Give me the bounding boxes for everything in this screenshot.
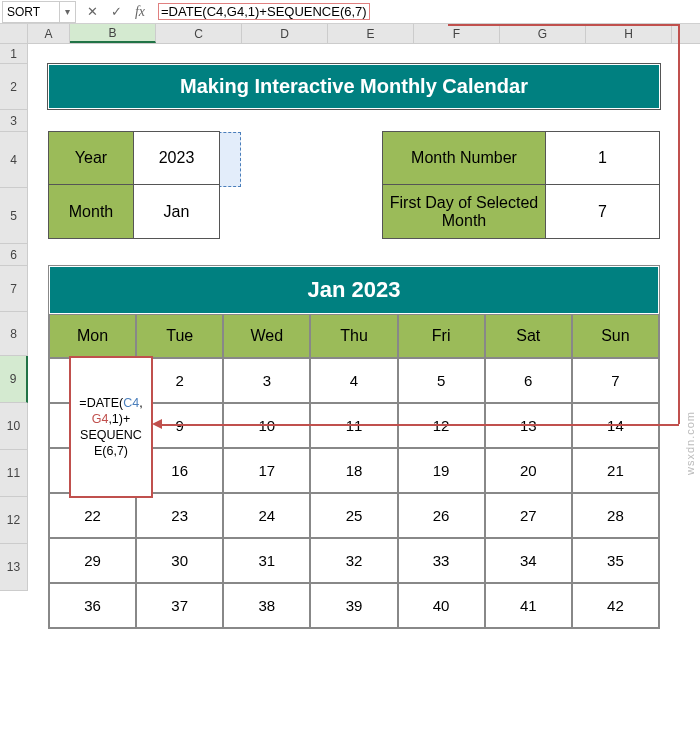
- name-box-dropdown[interactable]: ▾: [60, 1, 76, 23]
- fx-icon[interactable]: fx: [128, 1, 152, 23]
- col-header[interactable]: F: [414, 24, 500, 43]
- formula-bar: SORT ▾ ✕ ✓ fx =DATE(C4,G4,1)+SEQUENCE(6,…: [0, 0, 700, 24]
- page-title: Making Interactive Monthly Calendar: [48, 64, 660, 109]
- calendar-cell[interactable]: 10: [223, 403, 310, 448]
- arrow-line: [158, 424, 679, 426]
- col-header[interactable]: C: [156, 24, 242, 43]
- calendar-cell[interactable]: 12: [398, 403, 485, 448]
- cancel-icon[interactable]: ✕: [80, 1, 104, 23]
- row-header[interactable]: 10: [0, 403, 28, 450]
- calendar-cell[interactable]: 33: [398, 538, 485, 583]
- row-header[interactable]: 7: [0, 266, 28, 312]
- calendar-cell[interactable]: 13: [485, 403, 572, 448]
- calendar-cell[interactable]: 39: [310, 583, 397, 628]
- calendar-cell[interactable]: 26: [398, 493, 485, 538]
- calendar-cell[interactable]: 35: [572, 538, 659, 583]
- row-header[interactable]: 12: [0, 497, 28, 544]
- day-header: Fri: [398, 314, 485, 358]
- row-header[interactable]: 1: [0, 44, 28, 64]
- calendar-cell[interactable]: 4: [310, 358, 397, 403]
- formula-text: ,: [139, 396, 142, 410]
- calendar-row: 36373839404142: [49, 583, 659, 628]
- calendar-cell[interactable]: 19: [398, 448, 485, 493]
- select-all-corner[interactable]: [0, 24, 28, 43]
- cells-area[interactable]: Making Interactive Monthly Calendar Year…: [28, 44, 700, 591]
- editing-cell[interactable]: =DATE(C4, G4,1)+ SEQUENC E(6,7): [69, 356, 153, 498]
- ref-g4: G4: [92, 412, 109, 426]
- row-header[interactable]: 8: [0, 312, 28, 356]
- calendar-cell[interactable]: 21: [572, 448, 659, 493]
- month-num-value[interactable]: 1: [546, 131, 660, 185]
- calendar-cell[interactable]: 40: [398, 583, 485, 628]
- calendar-cell[interactable]: 20: [485, 448, 572, 493]
- formula-text: ,1)+: [108, 412, 130, 426]
- calendar-cell[interactable]: 6: [485, 358, 572, 403]
- day-header: Wed: [223, 314, 310, 358]
- worksheet-grid: 1 2 3 4 5 6 7 8 9 10 11 12 13 Making Int…: [0, 44, 700, 591]
- calendar-row: 22232425262728: [49, 493, 659, 538]
- day-header: Tue: [136, 314, 223, 358]
- calendar-cell[interactable]: 22: [49, 493, 136, 538]
- calendar-days-header: Mon Tue Wed Thu Fri Sat Sun: [49, 314, 659, 358]
- first-day-label: First Day of Selected Month: [382, 185, 546, 239]
- col-header[interactable]: G: [500, 24, 586, 43]
- col-header[interactable]: E: [328, 24, 414, 43]
- calendar-cell[interactable]: 34: [485, 538, 572, 583]
- formula-highlight: =DATE(C4,G4,1)+SEQUENCE(6,7): [158, 3, 370, 20]
- row-header[interactable]: 2: [0, 64, 28, 110]
- info-row: Year 2023 Month Jan Month Number 1 First…: [48, 131, 660, 239]
- calendar-cell[interactable]: 18: [310, 448, 397, 493]
- column-headers: A B C D E F G H: [0, 24, 700, 44]
- row-header[interactable]: 9: [0, 356, 28, 403]
- calendar-cell[interactable]: 24: [223, 493, 310, 538]
- arrow-line: [678, 24, 680, 424]
- calendar-cell[interactable]: 5: [398, 358, 485, 403]
- calendar-cell[interactable]: 42: [572, 583, 659, 628]
- calendar-cell[interactable]: 27: [485, 493, 572, 538]
- row-header[interactable]: 11: [0, 450, 28, 497]
- calendar-cell[interactable]: 29: [49, 538, 136, 583]
- month-label: Month: [48, 185, 134, 239]
- month-num-label: Month Number: [382, 131, 546, 185]
- row-header[interactable]: 5: [0, 188, 28, 244]
- calendar-cell[interactable]: 32: [310, 538, 397, 583]
- ref-c4: C4: [123, 396, 139, 410]
- calendar-cell[interactable]: 3: [223, 358, 310, 403]
- row-header[interactable]: 13: [0, 544, 28, 591]
- info-left: Year 2023 Month Jan: [48, 131, 220, 239]
- first-day-value[interactable]: 7: [546, 185, 660, 239]
- calendar-cell[interactable]: 23: [136, 493, 223, 538]
- calendar-cell[interactable]: 25: [310, 493, 397, 538]
- calendar-cell[interactable]: 41: [485, 583, 572, 628]
- day-header: Sat: [485, 314, 572, 358]
- calendar-cell[interactable]: 7: [572, 358, 659, 403]
- watermark: wsxdn.com: [684, 411, 696, 475]
- row-header[interactable]: 6: [0, 244, 28, 266]
- calendar-cell[interactable]: 11: [310, 403, 397, 448]
- formula-text: SEQUENC: [80, 428, 142, 442]
- col-header[interactable]: D: [242, 24, 328, 43]
- name-box[interactable]: SORT: [2, 1, 60, 23]
- formula-text: =DATE(: [79, 396, 123, 410]
- calendar-cell[interactable]: 31: [223, 538, 310, 583]
- calendar-cell[interactable]: 30: [136, 538, 223, 583]
- year-value[interactable]: 2023: [134, 131, 220, 185]
- col-header[interactable]: H: [586, 24, 672, 43]
- calendar-row: 29303132333435: [49, 538, 659, 583]
- col-header[interactable]: A: [28, 24, 70, 43]
- col-header[interactable]: B: [70, 24, 156, 43]
- calendar-cell[interactable]: 28: [572, 493, 659, 538]
- arrow-head-icon: [152, 419, 162, 429]
- calendar-cell[interactable]: 38: [223, 583, 310, 628]
- month-value[interactable]: Jan: [134, 185, 220, 239]
- formula-input[interactable]: =DATE(C4,G4,1)+SEQUENCE(6,7): [152, 1, 700, 23]
- calendar-cell[interactable]: 36: [49, 583, 136, 628]
- row-header[interactable]: 4: [0, 132, 28, 188]
- day-header: Mon: [49, 314, 136, 358]
- enter-icon[interactable]: ✓: [104, 1, 128, 23]
- calendar-cell[interactable]: 37: [136, 583, 223, 628]
- year-label: Year: [48, 131, 134, 185]
- row-header[interactable]: 3: [0, 110, 28, 132]
- calendar-cell[interactable]: 14: [572, 403, 659, 448]
- calendar-cell[interactable]: 17: [223, 448, 310, 493]
